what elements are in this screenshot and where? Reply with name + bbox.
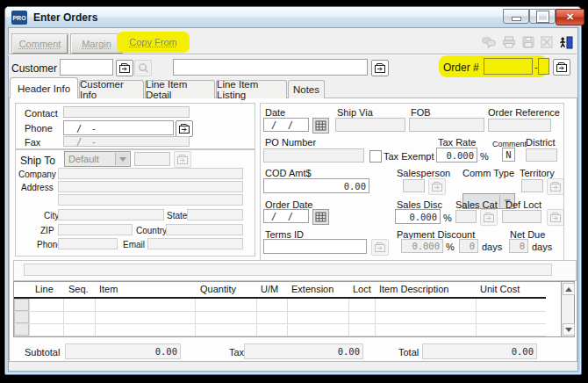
arrow-down-icon [565,328,572,332]
phone-lookup-button[interactable] [176,120,193,137]
city-label: City [44,211,59,220]
margin-button[interactable]: Margin [71,34,122,54]
sales-disc-field[interactable]: 0.000 [395,209,441,224]
tax-rate-label: Tax Rate [438,137,476,148]
territory-lookup-button [547,178,564,195]
grid-vertical-scrollbar[interactable] [561,282,574,336]
customer-name-lookup-button[interactable] [371,60,389,76]
customer-lookup-button[interactable] [116,60,133,76]
def-loct-label: Def Loct [506,199,541,210]
tax-rate-percent: % [480,151,489,162]
ship-to-select[interactable]: Default [64,151,131,167]
tab-line-item-listing[interactable]: Line Item Listing [216,80,287,98]
col-header-line[interactable]: Line [35,284,54,294]
date-calendar-button[interactable] [312,118,329,134]
fax-label: Fax [25,137,40,148]
save-icon [522,36,534,48]
tax-exempt-checkbox[interactable] [369,150,382,163]
col-header-um[interactable]: U/M [261,284,278,294]
card-file-icon [374,242,386,253]
contact-field [63,106,190,118]
customer-name-input[interactable] [173,59,368,76]
print-toolbar-button[interactable] [499,33,518,51]
row-selector[interactable] [14,299,29,311]
ship-to-selected-value: Default [68,154,99,164]
cod-amt-label: COD Amt$ [265,168,312,178]
chevron-down-icon [115,153,129,165]
ship-via-label: Ship Via [337,107,373,118]
address-line2-field [58,194,243,206]
payment-discount-percent: % [446,242,455,252]
date-input[interactable]: / / [263,118,309,132]
grid-col-line [95,299,96,336]
grid-col-line [256,299,257,336]
tab-header-info[interactable]: Header Info [10,77,78,98]
maximize-icon [537,11,549,22]
country-field [166,224,243,235]
scroll-down-button[interactable] [563,323,575,336]
card-file-icon [549,212,562,223]
search-icon [138,62,149,74]
ship-via-field [335,118,405,132]
minimize-button[interactable] [503,9,529,24]
order-number-input[interactable] [484,58,533,75]
close-button[interactable]: ✕ [556,9,584,25]
ship-to-code-field [134,152,170,166]
tab-line-item-detail[interactable]: Line Item Detail [145,80,215,98]
delete-toolbar-button[interactable] [537,33,556,51]
tax-rate-field[interactable]: 0.000 [436,148,477,163]
email-label: Email [123,240,145,249]
row-selector[interactable] [14,311,29,323]
terms-id-lookup-button [371,239,389,256]
comment-button[interactable]: Comment [12,34,68,54]
col-header-quantity[interactable]: Quantity [200,284,236,294]
salesperson-lookup-button [428,178,446,195]
comment-flag-field[interactable]: N [502,148,515,162]
save-toolbar-button[interactable] [519,33,537,51]
col-header-loct[interactable]: Loct [353,284,371,294]
calendar-icon [315,212,326,222]
col-header-seq[interactable]: Seq. [68,284,89,294]
customer-code-input[interactable] [60,59,113,76]
col-header-extension[interactable]: Extension [291,284,333,294]
tab-notes[interactable]: Notes [288,80,325,98]
col-header-item[interactable]: Item [99,284,118,294]
phone-input[interactable]: / - [63,120,174,135]
tab-customer-info[interactable]: Customer Info [79,80,144,98]
grid-row-line [14,336,546,336]
state-field [187,209,243,220]
order-lookup-button[interactable] [553,59,570,76]
sales-cat-field [455,210,477,223]
address-line1-field [58,181,243,192]
comm-type-label: Comm Type [463,168,514,178]
comments-toolbar-button[interactable] [479,33,498,51]
salesperson-field [403,179,425,192]
grid-col-line [375,299,376,336]
card-file-icon [178,123,190,134]
cod-amt-field[interactable]: 0.00 [263,178,369,193]
grid-col-line [63,299,64,336]
col-header-unit-cost[interactable]: Unit Cost [480,284,520,294]
close-icon: ✕ [566,12,574,22]
row-selector[interactable] [14,323,29,336]
maximize-button[interactable] [529,9,556,24]
def-loct-lookup-button [547,209,564,226]
scroll-up-button[interactable] [563,283,575,295]
total-field: 0.00 [422,343,537,359]
sales-disc-percent: % [443,213,452,223]
exit-toolbar-button[interactable] [556,33,575,51]
calendar-icon [315,120,326,131]
copy-from-button[interactable]: Copy From [117,32,190,53]
customer-label: Customer [11,62,57,75]
payment-days-label: days [482,242,502,252]
terms-id-input[interactable] [263,239,367,254]
order-number-suffix-input[interactable] [538,58,549,75]
territory-label: Territory [520,168,555,178]
order-date-input[interactable]: / / [263,209,309,223]
screenshot-root: PRO Enter Orders ✕ Comment Margin Copy F… [0,0,588,383]
tax-label: Tax [229,347,244,358]
city-field [58,209,164,220]
col-header-item-description[interactable]: Item Description [379,284,448,294]
order-date-calendar-button[interactable] [312,209,329,225]
grid-col-line [287,299,288,336]
